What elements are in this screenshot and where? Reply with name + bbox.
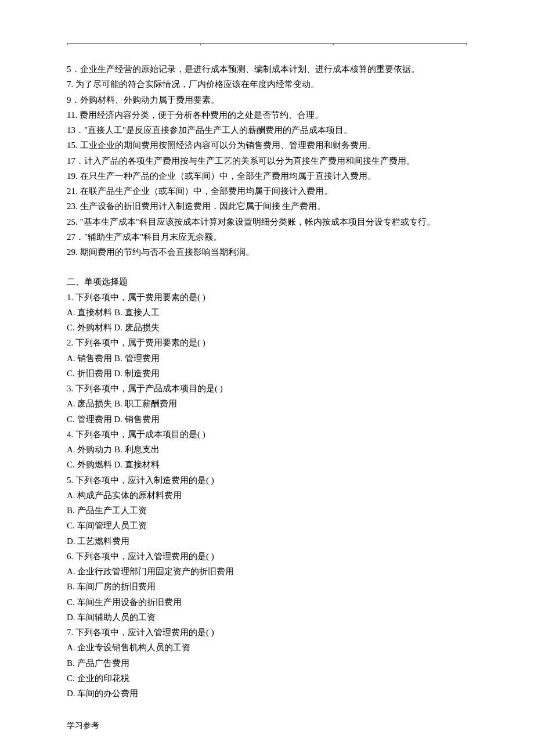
judgment-item-13: 13．"直接人工"是反应直接参加产品生产工人的薪酬费用的产品成本项目。: [67, 123, 467, 138]
mcq-7-stem: 7. 下列各项中，应计入管理费用的是( ): [67, 625, 467, 640]
mcq-3-stem: 3. 下列各项中，属于产品成本项目的是( ): [67, 381, 467, 396]
judgment-item-23: 23. 生产设备的折旧费用计入制造费用，因此它属于间接 生产费用。: [67, 199, 467, 214]
mcq-6-option-c: C. 车间生产用设备的折旧费用: [67, 595, 467, 610]
section-spacer: [67, 260, 467, 274]
mcq-5-option-a: A. 构成产品实体的原材料费用: [67, 488, 467, 503]
judgment-item-21: 21. 在联产品生产企业（或车间）中，全部费用均属于间接计入费用。: [67, 183, 467, 199]
judgment-item-11: 11. 费用经济内容分类，便于分析各种费用的之处是否节约、合理。: [67, 107, 467, 123]
document-page: . . . . 5．企业生产经营的原始记录，是进行成本预测、编制成本计划、进行成…: [0, 0, 534, 756]
mcq-5-option-b: B. 产品生产工人工资: [67, 503, 467, 518]
mcq-4-options-cd: C. 外购燃料 D. 直接材料: [67, 457, 467, 472]
mcq-6-stem: 6. 下列各项中，应计入管理费用的是( ): [67, 549, 467, 564]
mcq-1-options-ab: A. 直接材料 B. 直接人工: [67, 305, 467, 320]
mcq-1-stem: 1. 下列各项中，属于费用要素的是( ): [67, 290, 467, 305]
judgment-item-5: 5．企业生产经营的原始记录，是进行成本预测、编制成本计划、进行成本核算的重要依据…: [67, 62, 467, 77]
header-dots: . . . .: [67, 37, 467, 49]
dot: .: [67, 37, 68, 49]
mcq-2-options-cd: C. 折旧费用 D. 制造费用: [67, 366, 467, 381]
judgment-item-9: 9．外购材料、外购动力属于费用要素。: [67, 92, 467, 107]
mcq-4-stem: 4. 下列各项中，属于成本项目的是( ): [67, 427, 467, 442]
judgment-item-15: 15. 工业企业的期间费用按照经济内容可以分为销售费用、管理费用和财务费用。: [67, 138, 467, 153]
mcq-5-stem: 5. 下列各项中，应计入制造费用的是( ): [67, 473, 467, 488]
judgment-item-7: 7. 为了尽可能的符合实际情况，厂内价格应该在年度内经常变动。: [67, 77, 467, 92]
judgment-item-17: 17．计入产品的各项生产费用按与生产工艺的关系可以分为直接生产费用和间接生产费用…: [67, 153, 467, 168]
dot: .: [200, 37, 201, 49]
mcq-7-option-b: B. 产品广告费用: [67, 656, 467, 671]
mcq-6-option-a: A. 企业行政管理部门用固定资产的折旧费用: [67, 564, 467, 579]
judgment-item-19: 19. 在只生产一种产品的企业（或车间）中，全部生产费用均属于直接计入费用。: [67, 168, 467, 183]
dot: .: [333, 37, 334, 49]
mcq-7-option-d: D. 车间的办公费用: [67, 686, 467, 701]
mcq-3-options-ab: A. 废品损失 B. 职工薪酬费用: [67, 396, 467, 411]
mcq-4-options-ab: A. 外购动力 B. 利息支出: [67, 442, 467, 457]
mcq-7-option-c: C. 企业的印花税: [67, 671, 467, 686]
mcq-7-option-a: A. 企业专设销售机构人员的工资: [67, 640, 467, 655]
judgment-item-25: 25. "基本生产成本"科目应该按成本计算对象设置明细分类账，帐内按成本项目分设…: [67, 214, 467, 229]
mcq-6-option-d: D. 车间辅助人员的工资: [67, 610, 467, 625]
mcq-5-option-c: C. 车间管理人员工资: [67, 518, 467, 533]
mcq-3-options-cd: C. 管理费用 D. 销售费用: [67, 412, 467, 427]
dot: .: [466, 37, 467, 49]
judgment-item-29: 29. 期间费用的节约与否不会直接影响当期利润。: [67, 244, 467, 260]
header-rule: . . . .: [67, 44, 467, 44]
mcq-2-options-ab: A. 销售费用 B. 管理费用: [67, 351, 467, 366]
judgment-item-27: 27．"辅助生产成本"科目月末应无余额。: [67, 229, 467, 244]
section-2-title: 二、单项选择题: [67, 274, 467, 289]
mcq-6-option-b: B. 车间厂房的折旧费用: [67, 579, 467, 594]
page-footer: 学习参考: [67, 719, 99, 733]
document-body: 5．企业生产经营的原始记录，是进行成本预测、编制成本计划、进行成本核算的重要依据…: [67, 62, 467, 701]
mcq-1-options-cd: C. 外购材料 D. 废品损失: [67, 320, 467, 335]
mcq-2-stem: 2. 下列各项中，属于费用要素的是( ): [67, 335, 467, 350]
mcq-5-option-d: D. 工艺燃料费用: [67, 534, 467, 549]
